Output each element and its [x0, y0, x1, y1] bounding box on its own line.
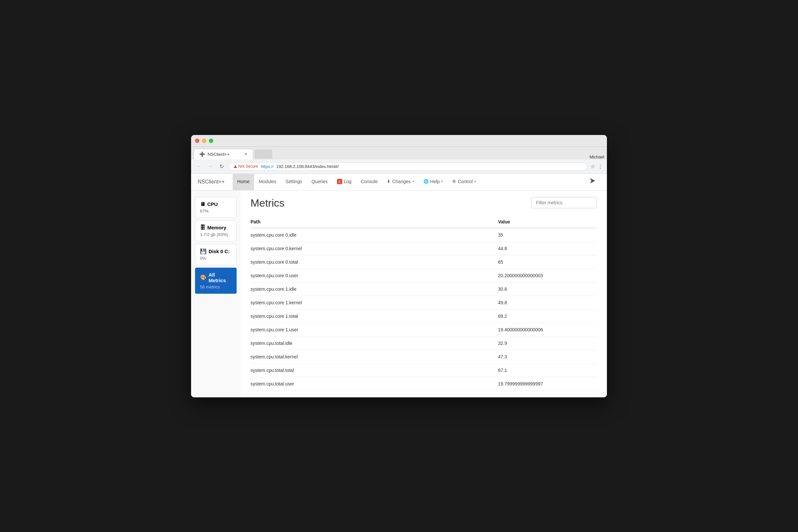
- nav-help-label: Help: [430, 179, 440, 184]
- disk-card-title: 💾 Disk 0 C:: [200, 248, 232, 254]
- nav-queries-label: Queries: [311, 179, 328, 184]
- nav-changes-label: Changes: [392, 179, 411, 184]
- nav-queries[interactable]: Queries: [307, 174, 332, 190]
- new-tab-button[interactable]: [254, 150, 272, 159]
- nav-control-label: Control: [458, 179, 473, 184]
- metric-path: system.cpu.total.kernel: [250, 350, 498, 363]
- reload-button[interactable]: ↻: [217, 163, 225, 170]
- filter-metrics-input[interactable]: [531, 197, 597, 208]
- metric-value: 19.799999999999997: [498, 377, 597, 391]
- content-header: Metrics: [250, 197, 597, 209]
- cpu-card-title: 🖥 CPU: [200, 201, 232, 207]
- back-button[interactable]: ←: [195, 163, 203, 169]
- tab-close-button[interactable]: ✕: [244, 152, 248, 156]
- metric-path: system.cpu.core 0.kernel: [250, 242, 498, 255]
- all-metrics-card-title: 🎨 All Metrics: [200, 272, 232, 283]
- table-row: system.cpu.total.idle 32.9: [250, 336, 597, 350]
- metric-path: system.cpu.total.user: [250, 377, 498, 391]
- nav-modules[interactable]: Modules: [254, 174, 281, 190]
- active-tab[interactable]: ➕ NSClient++ ✕: [194, 149, 253, 159]
- content-area: Metrics Path Value system.cpu.core 0.idl…: [241, 190, 607, 397]
- metric-path: system.cpu.core 0.idle: [250, 228, 498, 242]
- address-actions: ☆ ⋮: [590, 163, 603, 170]
- metric-path: system.cpu.core 0.total: [250, 255, 498, 269]
- metric-value: 19.400000000000006: [498, 323, 597, 336]
- col-value-header: Value: [498, 216, 597, 228]
- metric-path: system.cpu.core 0.user: [250, 269, 498, 282]
- metric-value: 32.9: [498, 336, 597, 350]
- logout-icon: ⮞: [590, 178, 596, 185]
- sidebar: 🖥 CPU 67% 🗄 Memory 1.7/2 gb (83%) 💾 Disk…: [191, 190, 241, 397]
- table-row: system.cpu.core 1.kernel 49.8: [250, 296, 597, 309]
- maximize-button[interactable]: [209, 139, 213, 143]
- nav-settings-label: Settings: [285, 179, 302, 184]
- metric-value: 49.8: [498, 296, 597, 309]
- url-rest: 192.168.2.108:8443/index.html#/: [276, 164, 339, 169]
- nav-console-label: Console: [361, 179, 378, 184]
- nav-modules-label: Modules: [259, 179, 276, 184]
- close-button[interactable]: [195, 139, 200, 143]
- metric-value: 65: [498, 255, 597, 269]
- table-row: system.cpu.total.total 67.1: [250, 363, 597, 377]
- nav-control[interactable]: ⚙ Control ▾: [448, 174, 480, 190]
- menu-icon[interactable]: ⋮: [598, 163, 603, 170]
- nav-home-label: Home: [237, 179, 249, 184]
- url-field[interactable]: Not Secure https://192.168.2.108:8443/in…: [229, 163, 587, 171]
- disk-subtitle: 0%: [200, 256, 232, 261]
- metric-path: system.cpu.total.total: [250, 363, 498, 377]
- changes-dropdown-arrow: ▾: [413, 179, 414, 183]
- metric-value: 69.2: [498, 309, 597, 323]
- table-row: system.cpu.total.kernel 47.3: [250, 350, 597, 363]
- nav-console[interactable]: Console: [356, 174, 382, 190]
- memory-card-title: 🗄 Memory: [200, 225, 232, 231]
- control-gear-icon: ⚙: [452, 179, 456, 184]
- forward-button[interactable]: →: [206, 163, 214, 169]
- metric-value: 20.200000000000003: [498, 269, 597, 282]
- nav-home[interactable]: Home: [233, 174, 254, 190]
- metric-path: system.cpu.total.idle: [250, 336, 498, 350]
- chrome-user: Michael: [589, 154, 604, 159]
- sidebar-card-memory[interactable]: 🗄 Memory 1.7/2 gb (83%): [195, 221, 236, 241]
- nav-settings[interactable]: Settings: [281, 174, 307, 190]
- sidebar-card-disk[interactable]: 💾 Disk 0 C: 0%: [195, 244, 236, 265]
- table-row: system.cpu.core 1.total 69.2: [250, 309, 597, 323]
- metric-path: system.cpu.core 1.idle: [250, 282, 498, 296]
- col-path-header: Path: [250, 216, 498, 228]
- nav-help[interactable]: 🌐 Help ▾: [419, 174, 448, 190]
- tab-bar: ➕ NSClient++ ✕ Michael: [191, 147, 607, 159]
- all-metrics-icon: 🎨: [200, 274, 207, 281]
- minimize-button[interactable]: [202, 139, 206, 143]
- table-row: system.cpu.core 0.kernel 44.8: [250, 242, 597, 255]
- bookmark-icon[interactable]: ☆: [590, 163, 595, 170]
- url-https: https://: [261, 164, 273, 169]
- metric-value: 47.3: [498, 350, 597, 363]
- tab-favicon: ➕: [200, 151, 205, 157]
- address-bar: ← → ↻ Not Secure https://192.168.2.108:8…: [191, 159, 607, 174]
- metric-path: system.cpu.core 1.user: [250, 323, 498, 336]
- app-brand: NSClient++: [198, 179, 225, 185]
- control-dropdown-arrow: ▾: [474, 179, 476, 183]
- table-row: system.cpu.core 1.user 19.40000000000000…: [250, 323, 597, 336]
- main-content: 🖥 CPU 67% 🗄 Memory 1.7/2 gb (83%) 💾 Disk…: [191, 190, 607, 397]
- table-row: system.cpu.total.user 19.799999999999997: [250, 377, 597, 391]
- not-secure-indicator: Not Secure: [234, 164, 258, 169]
- page-title: Metrics: [250, 197, 284, 209]
- warning-icon: [234, 165, 237, 168]
- sidebar-card-all-metrics[interactable]: 🎨 All Metrics 56 metrics: [195, 268, 236, 294]
- sidebar-card-cpu[interactable]: 🖥 CPU 67%: [195, 197, 236, 218]
- nav-logout[interactable]: ⮞: [585, 174, 600, 190]
- disk-icon: 💾: [200, 248, 207, 254]
- table-header-row: Path Value: [250, 216, 597, 228]
- nav-log-label: Log: [344, 179, 352, 184]
- nav-log[interactable]: Log: [332, 174, 356, 190]
- table-row: system.cpu.core 1.idle 30.8: [250, 282, 597, 296]
- browser-window: ➕ NSClient++ ✕ Michael ← → ↻ Not Secure …: [191, 135, 607, 397]
- help-globe-icon: 🌐: [423, 179, 429, 184]
- log-warning-icon: [337, 179, 342, 184]
- nav-changes[interactable]: ⬇ Changes ▾: [382, 174, 418, 190]
- metrics-table: Path Value system.cpu.core 0.idle 35 sys…: [250, 216, 597, 391]
- table-row: system.cpu.core 0.total 65: [250, 255, 597, 269]
- table-row: system.cpu.core 0.idle 35: [250, 228, 597, 242]
- changes-download-icon: ⬇: [387, 179, 391, 184]
- table-row: system.cpu.core 0.user 20.20000000000000…: [250, 269, 597, 282]
